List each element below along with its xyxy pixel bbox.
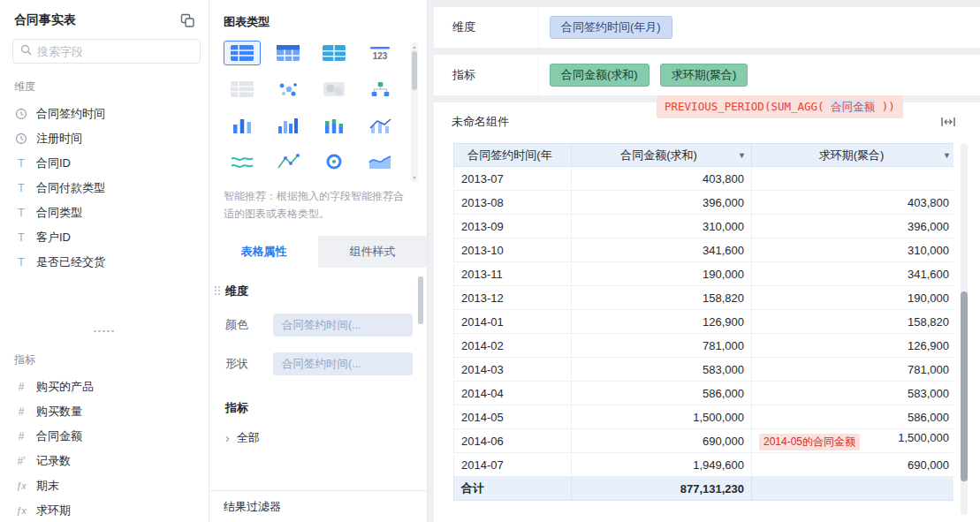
chart-type-line-chart-icon[interactable] bbox=[224, 149, 261, 174]
table-row[interactable]: 2013-10341,600310,000 bbox=[454, 238, 954, 262]
field-item[interactable]: T是否已经交货 bbox=[0, 250, 209, 275]
table-cell[interactable]: 2013-07 bbox=[454, 167, 572, 191]
table-row[interactable]: 2014-01126,900158,820 bbox=[454, 310, 954, 334]
table-cell[interactable]: 2014-04 bbox=[454, 382, 572, 405]
table-cell[interactable]: 2013-11 bbox=[454, 262, 572, 286]
field-item[interactable]: ƒx求环期 bbox=[0, 498, 209, 522]
field-item[interactable]: #购买数量 bbox=[0, 399, 209, 424]
table-cell[interactable]: 190,000 bbox=[752, 286, 954, 310]
all-group-row[interactable]: › 全部 bbox=[225, 430, 413, 446]
table-cell[interactable]: 781,000 bbox=[752, 358, 954, 382]
column-header[interactable]: 合同签约时间(年 bbox=[454, 144, 572, 167]
panel-splitter[interactable] bbox=[0, 326, 209, 337]
table-cell[interactable]: 2014-03 bbox=[454, 358, 572, 382]
table-cell[interactable]: 2014-06 bbox=[454, 429, 572, 453]
table-cell[interactable]: 781,000 bbox=[572, 334, 752, 358]
field-item[interactable]: 合同签约时间 bbox=[0, 102, 209, 126]
scrollbar-thumb[interactable] bbox=[418, 276, 423, 324]
table-cell[interactable]: 2014-05的合同金额1,500,000 bbox=[752, 429, 954, 453]
chart-type-pivot-table-icon[interactable] bbox=[224, 77, 261, 102]
table-cell[interactable]: 158,820 bbox=[752, 310, 954, 334]
table-row[interactable]: 2013-12158,820190,000 bbox=[454, 286, 954, 310]
shape-field-pill[interactable]: 合同签约时间(... bbox=[273, 352, 413, 375]
column-header[interactable]: 求环期(聚合)▼ bbox=[752, 144, 954, 167]
table-cell[interactable]: 2014-07 bbox=[454, 453, 572, 477]
table-cell[interactable]: 583,000 bbox=[572, 358, 752, 382]
chart-type-scatter-chart-icon[interactable] bbox=[270, 149, 307, 174]
table-cell[interactable]: 310,000 bbox=[752, 238, 954, 262]
tab-component-style[interactable]: 组件样式 bbox=[318, 236, 427, 268]
field-item[interactable]: 注册时间 bbox=[0, 126, 209, 151]
fit-width-icon[interactable] bbox=[941, 116, 955, 128]
chart-type-gauge-chart-icon[interactable] bbox=[315, 149, 353, 174]
field-item[interactable]: #'记录数 bbox=[0, 449, 209, 473]
table-row[interactable]: 2013-07403,800 bbox=[454, 167, 954, 191]
table-scrollbar[interactable] bbox=[961, 143, 968, 515]
property-scrollbar[interactable] bbox=[417, 273, 424, 388]
search-field[interactable] bbox=[37, 45, 193, 58]
color-field-pill[interactable]: 合同签约时间(... bbox=[273, 314, 413, 337]
table-cell[interactable]: 2013-08 bbox=[454, 191, 572, 215]
table-row[interactable]: 2014-04586,000583,000 bbox=[454, 382, 954, 405]
table-row[interactable]: 2014-02781,000126,900 bbox=[454, 334, 954, 358]
result-filter-bar[interactable]: 结果过滤器 bbox=[209, 490, 427, 522]
table-cell[interactable]: 310,000 bbox=[572, 215, 752, 238]
table-row[interactable]: 2013-09310,000396,000 bbox=[454, 215, 954, 238]
column-header[interactable]: 合同金额(求和)▼ bbox=[572, 144, 752, 167]
chart-type-grouped-table-icon[interactable] bbox=[224, 41, 261, 65]
table-cell[interactable]: 396,000 bbox=[572, 191, 752, 215]
table-cell[interactable]: 2013-12 bbox=[454, 286, 572, 310]
field-item[interactable]: #购买的产品 bbox=[0, 374, 209, 399]
tab-table-properties[interactable]: 表格属性 bbox=[209, 236, 318, 268]
table-cell[interactable]: 190,000 bbox=[572, 262, 752, 286]
dimension-pill[interactable]: 合同签约时间(年月) bbox=[550, 16, 672, 39]
table-cell[interactable]: 158,820 bbox=[572, 286, 752, 310]
scroll-down-icon[interactable]: ▾ bbox=[411, 174, 418, 181]
chart-type-cross-table-icon[interactable] bbox=[270, 41, 307, 65]
measure-pill[interactable]: 合同金额(求和) bbox=[550, 64, 650, 87]
table-cell[interactable]: 2014-01 bbox=[454, 310, 572, 334]
search-input[interactable] bbox=[12, 39, 201, 64]
table-cell[interactable]: 586,000 bbox=[572, 382, 752, 405]
chart-type-point-map-icon[interactable] bbox=[270, 77, 307, 102]
chart-type-bar-chart-icon[interactable] bbox=[224, 113, 261, 138]
chart-type-tree-chart-icon[interactable] bbox=[361, 77, 399, 102]
scrollbar-thumb[interactable] bbox=[412, 51, 417, 90]
sort-icon[interactable]: ▼ bbox=[943, 151, 951, 160]
table-row[interactable]: 2014-03583,000781,000 bbox=[454, 358, 954, 382]
table-cell[interactable]: 126,900 bbox=[752, 334, 954, 358]
field-item[interactable]: #合同金额 bbox=[0, 424, 209, 449]
table-cell[interactable]: 583,000 bbox=[752, 382, 954, 405]
table-row[interactable]: 2013-11190,000341,600 bbox=[454, 262, 954, 286]
table-row-highlighted[interactable]: 2014-06690,0002014-05的合同金额1,500,000 bbox=[454, 429, 954, 453]
chart-type-column-chart-icon[interactable] bbox=[270, 113, 307, 138]
table-cell[interactable]: 403,800 bbox=[572, 167, 752, 191]
chart-type-stacked-bar-chart-icon[interactable] bbox=[315, 113, 353, 138]
scroll-up-icon[interactable]: ▴ bbox=[411, 43, 418, 50]
table-cell[interactable]: 1,500,000 bbox=[572, 405, 752, 429]
chart-type-detail-table-icon[interactable] bbox=[315, 41, 353, 65]
table-cell[interactable]: 2013-10 bbox=[454, 238, 572, 262]
table-cell[interactable]: 2013-09 bbox=[454, 215, 572, 238]
field-item[interactable]: T客户ID bbox=[0, 225, 209, 250]
switch-table-icon[interactable] bbox=[180, 13, 194, 27]
chart-type-combo-chart-icon[interactable] bbox=[361, 113, 399, 138]
field-item[interactable]: T合同付款类型 bbox=[0, 176, 209, 200]
field-item[interactable]: T合同ID bbox=[0, 151, 209, 176]
table-cell[interactable]: 1,949,600 bbox=[572, 453, 752, 477]
table-cell[interactable]: 2014-02 bbox=[454, 334, 572, 358]
table-cell[interactable] bbox=[752, 167, 954, 191]
chart-grid-scrollbar[interactable]: ▴ ▾ bbox=[411, 42, 418, 182]
table-cell[interactable]: 396,000 bbox=[752, 215, 954, 238]
scrollbar-thumb[interactable] bbox=[961, 291, 968, 481]
sort-icon[interactable]: ▼ bbox=[738, 151, 746, 160]
table-row[interactable]: 2013-08396,000403,800 bbox=[454, 191, 954, 215]
measure-pill[interactable]: 求环期(聚合) bbox=[660, 64, 748, 87]
table-cell[interactable]: 2014-05 bbox=[454, 405, 572, 429]
table-cell[interactable]: 690,000 bbox=[572, 429, 752, 453]
table-cell[interactable]: 403,800 bbox=[752, 191, 954, 215]
table-row[interactable]: 2014-071,949,600690,000 bbox=[454, 453, 954, 477]
field-item[interactable]: T合同类型 bbox=[0, 200, 209, 225]
chart-type-area-chart-icon[interactable] bbox=[361, 149, 399, 174]
drag-handle-icon[interactable] bbox=[214, 285, 221, 297]
